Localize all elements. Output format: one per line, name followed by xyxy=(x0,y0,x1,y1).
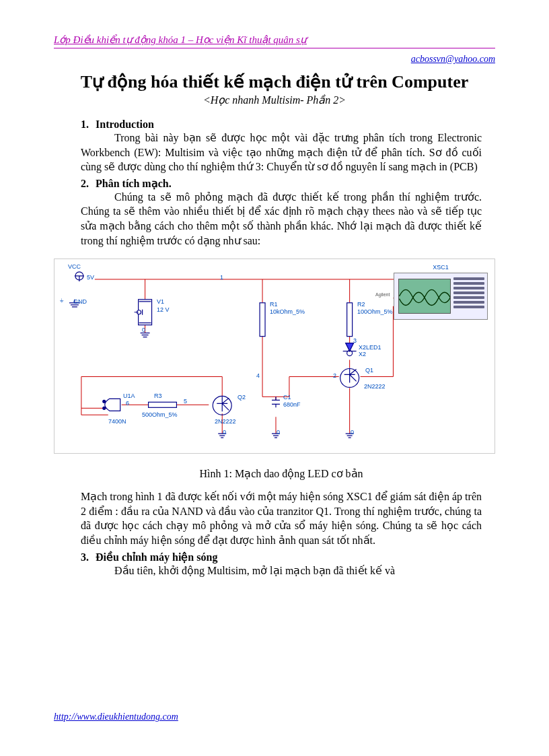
label-c1: C1 xyxy=(283,394,291,401)
section-2-title: Phân tích mạch xyxy=(96,178,169,189)
label-node0a: 0 xyxy=(142,327,145,333)
label-node0c: 0 xyxy=(277,429,280,436)
label-ic: 7400N xyxy=(108,418,126,425)
svg-point-8 xyxy=(103,401,106,403)
oscilloscope-icon: XSC1 Agilent xyxy=(394,273,488,320)
svg-rect-0 xyxy=(260,303,265,337)
label-r3: R3 xyxy=(154,392,162,399)
label-u1a: U1A xyxy=(123,392,135,399)
label-node1: 1 xyxy=(220,274,223,281)
circuit-diagram: VCC 5V ⏚ GND V1 12 V 0 1 R1 10kOhm_5% R2… xyxy=(54,259,495,454)
label-node0b: 0 xyxy=(223,429,226,436)
label-node3: 3 xyxy=(353,337,357,344)
label-led: X2LED1 xyxy=(359,344,381,351)
label-node4: 4 xyxy=(256,372,260,379)
label-q1: Q1 xyxy=(365,367,373,374)
label-vcc: VCC xyxy=(68,263,81,270)
label-node0d: 0 xyxy=(351,429,354,436)
svg-rect-1 xyxy=(347,303,353,337)
label-gnd-icon: ⏚ xyxy=(60,297,63,304)
label-r2: R2 xyxy=(357,301,365,308)
page-title: Tự động hóa thiết kế mạch điện tử trên C… xyxy=(54,71,495,92)
section-3-p1: Đầu tiên, khởi động Multisim, mở lại mạc… xyxy=(81,563,482,578)
section-2-dot: . xyxy=(169,178,172,189)
scope-label: XSC1 xyxy=(433,264,449,271)
section-1-head: 1.Introduction xyxy=(81,118,482,131)
section-2-p1: Chúng ta sẽ mô phỏng mạch đã được thiết … xyxy=(81,190,482,248)
label-5v: 5V xyxy=(87,274,94,281)
label-r2v: 100Ohm_5% xyxy=(357,308,393,315)
label-node2: 2 xyxy=(333,372,336,379)
section-3-head: 3.Điều chỉnh máy hiện sóng xyxy=(81,551,482,563)
section-3-title: Điều chỉnh máy hiện sóng xyxy=(96,551,217,563)
section-3-num: 3. xyxy=(81,551,96,563)
label-ledx: X2 xyxy=(359,351,366,357)
label-q1t: 2N2222 xyxy=(364,383,386,390)
figure-caption: Hình 1: Mạch dao động LED cơ bản xyxy=(81,467,482,480)
label-12v: 12 V xyxy=(157,306,170,313)
section-1-title: Introduction xyxy=(96,118,154,130)
label-q2t: 2N2222 xyxy=(215,418,236,425)
scope-brand: Agilent xyxy=(375,292,390,297)
header-course: Lớp Điều khiển tự động khóa 1 – Học viện… xyxy=(54,34,495,47)
label-q2: Q2 xyxy=(237,394,246,401)
label-r1v: 10kOhm_5% xyxy=(270,308,305,315)
section-2-num: 2. xyxy=(81,178,96,190)
section-2-head: 2.Phân tích mạch. xyxy=(81,177,482,190)
header-rule xyxy=(54,48,495,48)
label-c1v: 680nF xyxy=(283,401,301,408)
para-after-figure: Mạch trong hình 1 đã được kết nối với mộ… xyxy=(81,489,482,547)
page-subtitle: <Học nhanh Multisim- Phần 2> xyxy=(54,94,495,106)
section-1-p1: Trong bài này bạn sẽ được học một vài đặ… xyxy=(81,131,482,174)
label-r3v: 500Ohm_5% xyxy=(142,411,178,418)
svg-point-9 xyxy=(103,407,106,409)
label-v1: V1 xyxy=(157,298,164,305)
label-node6: 6 xyxy=(126,400,129,407)
svg-rect-7 xyxy=(149,403,177,408)
footer-link[interactable]: http://www.dieukhientudong.com xyxy=(54,712,178,722)
label-gnd: GND xyxy=(73,298,87,305)
section-1-num: 1. xyxy=(81,118,96,131)
contact-email[interactable]: acbossvn@yahoo.com xyxy=(54,54,495,65)
label-r1: R1 xyxy=(270,301,278,308)
label-node5: 5 xyxy=(184,398,187,405)
